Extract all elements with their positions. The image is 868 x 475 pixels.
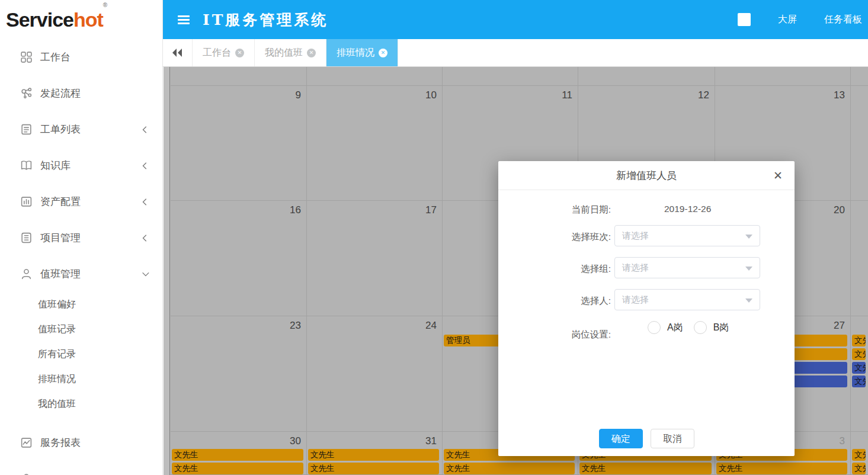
cancel-button[interactable]: 取消	[651, 429, 694, 448]
calendar-cell[interactable]: 30文先生文先生	[171, 432, 307, 475]
calendar-date: 27	[834, 320, 845, 332]
sidebar-item-知识库[interactable]: 知识库	[0, 147, 162, 184]
calendar-date: 16	[290, 204, 301, 216]
duty-event[interactable]: 文先生	[579, 463, 712, 474]
duty-event[interactable]: 文先生	[308, 449, 439, 461]
sidebar-item-值班管理[interactable]: 值班管理	[0, 256, 162, 292]
chart-box-icon	[20, 195, 33, 208]
calendar-date: 10	[425, 89, 437, 101]
hamburger-menu-icon[interactable]	[178, 14, 190, 26]
sidebar-subitem-label: 所有记录	[38, 348, 76, 361]
chevron-left-icon	[141, 197, 149, 207]
big-screen-link[interactable]: 大屏	[778, 14, 797, 26]
calendar-date: 31	[425, 435, 437, 447]
calendar-cell[interactable]	[171, 67, 307, 86]
sidebar-item-label: 工单列表	[40, 123, 81, 136]
sidebar: Servicehot® 工作台发起流程工单列表知识库资产配置项目管理值班管理值班…	[0, 0, 163, 475]
sidebar-subitem-值班偏好[interactable]: 值班偏好	[0, 292, 162, 317]
duty-event[interactable]: 文先生	[852, 449, 866, 461]
calendar-cell[interactable]: 31文先生文先生	[307, 432, 443, 475]
duty-event[interactable]: 文先生	[852, 362, 866, 374]
sidebar-item-资产配置[interactable]: 资产配置	[0, 184, 162, 220]
sidebar-item-工作台[interactable]: 工作台	[0, 39, 162, 75]
calendar-cell[interactable]: 文先生文先生文先生文先生	[851, 316, 868, 432]
calendar-cell[interactable]	[578, 67, 715, 86]
calendar-cell[interactable]	[307, 67, 443, 86]
calendar-date: 9	[296, 89, 301, 101]
collapse-tabs-icon[interactable]	[163, 39, 192, 66]
tab-close-icon[interactable]: ✕	[379, 49, 387, 57]
duty-event[interactable]: 文先生	[852, 335, 866, 346]
sidebar-subitem-我的值班[interactable]: 我的值班	[0, 391, 162, 416]
event-list: 文先生文先生文先生文先生	[852, 335, 866, 387]
calendar-cell[interactable]	[851, 86, 868, 201]
calendar-cell[interactable]: 9	[171, 86, 307, 201]
tab-close-icon[interactable]: ✕	[307, 49, 316, 57]
calendar-cell[interactable]	[443, 67, 578, 86]
sidebar-item-项目管理[interactable]: 项目管理	[0, 220, 162, 256]
brand-service: Service	[6, 8, 73, 31]
tab-我的值班[interactable]: 我的值班✕	[255, 39, 326, 66]
duty-event[interactable]: 文先生	[172, 463, 303, 474]
radio-B岗[interactable]	[694, 321, 707, 334]
calendar-cell[interactable]: 16	[171, 201, 307, 316]
duty-event[interactable]: 文先生	[852, 348, 866, 360]
sidebar-item-partial[interactable]	[0, 461, 162, 475]
select-group-dropdown[interactable]: 请选择	[614, 257, 760, 278]
select-placeholder: 请选择	[622, 226, 649, 246]
duty-event[interactable]: 文先生	[172, 449, 303, 461]
sidebar-subitem-label: 我的值班	[38, 398, 76, 410]
duty-event[interactable]: 文先生	[852, 463, 866, 474]
duty-event[interactable]: 文先生	[716, 463, 847, 474]
event-list: 文先生文先生	[308, 449, 439, 474]
chevron-down-icon	[745, 299, 752, 303]
calendar-cell[interactable]	[851, 67, 868, 86]
duty-event[interactable]: 文先生	[444, 463, 575, 474]
calendar-cell[interactable]: 17	[307, 201, 443, 316]
select-placeholder: 请选择	[622, 290, 649, 310]
calendar-cell[interactable]: 24	[307, 316, 443, 432]
calendar-date: 17	[425, 204, 437, 216]
close-icon[interactable]: ✕	[773, 161, 783, 190]
select-shift-dropdown[interactable]: 请选择	[614, 225, 760, 246]
tab-close-icon[interactable]: ✕	[235, 49, 244, 57]
doc-manage-icon	[20, 232, 33, 244]
sidebar-item-工单列表[interactable]: 工单列表	[0, 111, 162, 147]
tab-label: 排班情况	[337, 47, 374, 59]
calendar-cell[interactable]: 23	[171, 316, 307, 432]
sidebar-subitem-所有记录[interactable]: 所有记录	[0, 342, 162, 367]
person-icon	[20, 268, 33, 280]
sidebar-item-label: 值班管理	[40, 267, 81, 281]
sidebar-item-发起流程[interactable]: 发起流程	[0, 75, 162, 111]
calendar-date: 3	[840, 435, 845, 447]
calendar-date: 13	[834, 89, 845, 101]
select-shift-label: 选择班次:	[498, 231, 611, 243]
select-person-dropdown[interactable]: 请选择	[614, 289, 760, 310]
select-placeholder: 请选择	[622, 258, 649, 278]
calendar-cell[interactable]	[851, 201, 868, 316]
duty-event[interactable]: 文先生	[308, 463, 439, 474]
tab-工作台[interactable]: 工作台✕	[192, 39, 255, 66]
registered-mark: ®	[103, 2, 107, 8]
task-board-link[interactable]: 任务看板	[824, 14, 862, 26]
sidebar-item-服务报表[interactable]: 服务报表	[0, 425, 162, 461]
radio-A岗[interactable]	[648, 321, 661, 334]
fullscreen-icon[interactable]	[738, 13, 751, 26]
calendar-cell[interactable]: 10	[307, 86, 443, 201]
dialog-title: 新增值班人员	[498, 161, 795, 190]
sidebar-subitem-排班情况[interactable]: 排班情况	[0, 367, 162, 391]
confirm-button[interactable]: 确定	[599, 429, 643, 448]
doc-list-icon	[20, 123, 33, 136]
chevron-left-icon	[141, 161, 149, 171]
radio-label-B岗[interactable]: B岗	[713, 322, 729, 334]
brand-logo-text: Servicehot®	[6, 9, 107, 30]
chevron-down-icon	[141, 269, 149, 279]
duty-event[interactable]: 文先生	[852, 375, 866, 387]
sidebar-subitem-label: 排班情况	[38, 373, 76, 386]
calendar-cell[interactable]	[715, 67, 851, 86]
tab-排班情况[interactable]: 排班情况✕	[326, 39, 398, 66]
radio-label-A岗[interactable]: A岗	[667, 322, 683, 334]
sidebar-subitem-值班记录[interactable]: 值班记录	[0, 317, 162, 342]
calendar-cell[interactable]: 文先生文先生	[851, 432, 868, 475]
person-icon	[20, 473, 33, 475]
